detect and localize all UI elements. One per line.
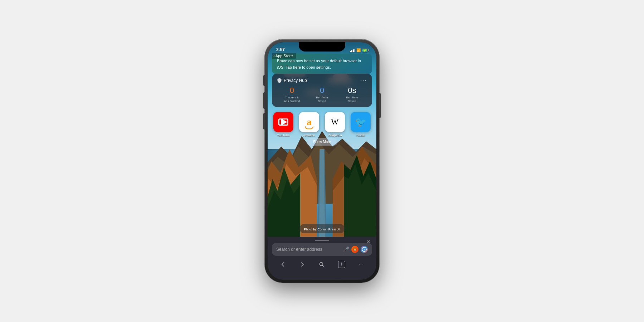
- time-label: Est. TimeSaved: [337, 96, 367, 103]
- bottom-drawer: ✕ Search or enter address 🎤 🦁 ?: [268, 237, 376, 280]
- status-icons: 📶 ⚡: [350, 48, 369, 52]
- photo-credit: Photo by Corwin Prescott: [299, 224, 345, 233]
- privacy-hub-widget: Privacy Hub ··· 0 Trackers &Ads Blocked …: [272, 74, 372, 107]
- drawer-handle[interactable]: [315, 240, 329, 241]
- show-more-button[interactable]: Show More: [307, 138, 338, 146]
- twitter-label: Twitter: [356, 133, 366, 137]
- more-options-icon[interactable]: ···: [360, 77, 367, 84]
- data-label: Est. DataSaved: [307, 96, 337, 103]
- search-button[interactable]: [316, 260, 327, 269]
- app-store-back[interactable]: ‹ App Store: [272, 53, 296, 59]
- data-saved-stat: 0 Est. DataSaved: [307, 87, 337, 103]
- amazon-app[interactable]: a Amazon: [299, 112, 319, 137]
- svg-line-15: [322, 265, 323, 266]
- search-icons-group: 🎤 🦁 ?: [343, 246, 368, 253]
- drawer-handle-area: ✕: [268, 237, 376, 241]
- quick-access-grid: YouTube a Amazon W: [272, 112, 372, 137]
- privacy-stats-row: 0 Trackers &Ads Blocked 0 Est. DataSaved…: [277, 87, 367, 103]
- signal-bars-icon: [350, 49, 355, 52]
- back-button[interactable]: [277, 260, 289, 269]
- power-button[interactable]: [379, 93, 381, 118]
- youtube-label: YouTube: [277, 133, 289, 137]
- twitter-app[interactable]: 🐦 Twitter: [351, 112, 371, 137]
- privacy-hub-title: Privacy Hub: [284, 78, 307, 83]
- privacy-hub-header: Privacy Hub ···: [277, 77, 367, 84]
- banner-text: Brave can now be set as your default bro…: [277, 59, 361, 69]
- phone-outer: 2:57 📶 ⚡: [265, 39, 379, 283]
- menu-button[interactable]: ···: [356, 260, 367, 269]
- svg-text:?: ?: [364, 248, 365, 251]
- wikipedia-app[interactable]: W Wikipedia: [325, 112, 345, 137]
- forward-button[interactable]: [297, 260, 308, 269]
- tabs-button[interactable]: 1: [335, 259, 348, 269]
- phone-inner: 2:57 📶 ⚡: [268, 42, 376, 280]
- shield-icon: [277, 78, 282, 83]
- amazon-label: Amazon: [303, 133, 315, 137]
- youtube-app[interactable]: YouTube: [273, 112, 293, 137]
- brave-shield-icon: 🦁: [351, 246, 358, 253]
- trackers-blocked-stat: 0 Trackers &Ads Blocked: [277, 87, 307, 103]
- search-bar[interactable]: Search or enter address 🎤 🦁 ?: [272, 243, 372, 256]
- notch: [299, 42, 345, 52]
- screen: 2:57 📶 ⚡: [268, 42, 376, 280]
- privacy-hub-title-row: Privacy Hub: [277, 78, 307, 83]
- photo-credit-text: Photo by Corwin Prescott: [304, 228, 340, 231]
- time-count: 0s: [337, 87, 367, 94]
- trackers-label: Trackers &Ads Blocked: [277, 96, 307, 103]
- status-time: 2:57: [276, 47, 285, 52]
- rewards-icon[interactable]: ?: [361, 246, 368, 253]
- main-background: Brave can now be set as your default bro…: [268, 42, 376, 280]
- battery-icon: ⚡: [362, 49, 369, 52]
- trackers-count: 0: [277, 87, 307, 94]
- wikipedia-label: Wikipedia: [328, 133, 342, 137]
- wifi-icon: 📶: [356, 48, 361, 52]
- nav-bar: 1 ···: [268, 256, 376, 272]
- mute-button[interactable]: [263, 75, 265, 86]
- time-saved-stat: 0s Est. TimeSaved: [337, 87, 367, 103]
- data-count: 0: [307, 87, 337, 94]
- drawer-close-button[interactable]: ✕: [366, 239, 371, 245]
- search-placeholder: Search or enter address: [276, 247, 322, 252]
- mic-icon[interactable]: 🎤: [343, 247, 349, 252]
- volume-down-button[interactable]: [263, 113, 265, 130]
- volume-up-button[interactable]: [263, 92, 265, 109]
